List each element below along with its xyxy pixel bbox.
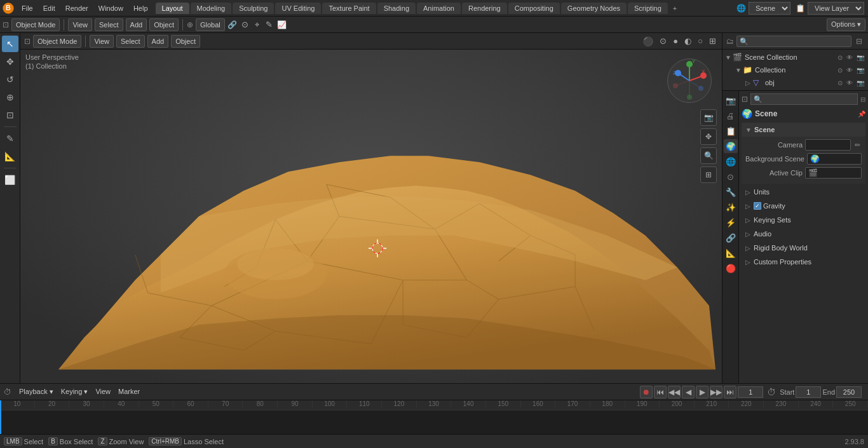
tab-animation[interactable]: Animation <box>417 3 461 14</box>
tab-rendering[interactable]: Rendering <box>462 3 507 14</box>
scene-section-header[interactable]: ▼ Scene <box>742 123 865 137</box>
proportional-icon[interactable]: ⊙ <box>240 18 250 31</box>
outliner-search-input[interactable] <box>736 36 851 47</box>
custom-props-section[interactable]: ▷ Custom Properties <box>742 255 865 269</box>
viewport-material-icon[interactable]: ◐ <box>682 35 693 47</box>
obj-restrict-select[interactable]: ⊙ <box>836 79 844 86</box>
view-btn[interactable]: View <box>68 18 92 31</box>
add-workspace-tab[interactable]: + <box>669 3 681 13</box>
scene-selector[interactable]: Scene <box>749 2 790 15</box>
tab-geometry-nodes[interactable]: Geometry Nodes <box>561 3 627 14</box>
col-restrict-select[interactable]: ⊙ <box>836 67 844 74</box>
gravity-section[interactable]: ▷ ✓ Gravity <box>742 199 865 213</box>
props-modifiers-icon-btn[interactable]: 🔧 <box>724 185 738 199</box>
timeline-marker-menu[interactable]: Marker <box>114 386 144 397</box>
annotate-tool[interactable]: ✎ <box>2 130 18 147</box>
tab-shading[interactable]: Shading <box>377 3 416 14</box>
rigid-body-world-section[interactable]: ▷ Rigid Body World <box>742 241 865 255</box>
props-view-layer-icon-btn[interactable]: 📋 <box>724 124 738 138</box>
tab-compositing[interactable]: Compositing <box>508 3 560 14</box>
viewport-overlay-icon[interactable]: ⊙ <box>658 35 668 47</box>
props-output-icon-btn[interactable]: 🖨 <box>724 109 738 123</box>
obj-item[interactable]: ▷ ▽ obj ⊙ 👁 📷 <box>743 76 868 89</box>
jump-end-btn[interactable]: ⏭ <box>724 386 736 398</box>
timeline-view-menu[interactable]: View <box>92 386 114 397</box>
grid-snap-btn[interactable]: ⊞ <box>700 166 717 183</box>
props-object-icon-btn[interactable]: ⊙ <box>724 170 738 184</box>
viewport-solid-icon[interactable]: ● <box>671 35 680 47</box>
gizmo-circle[interactable]: X Y Z <box>667 58 712 103</box>
viewport-object-btn[interactable]: Object <box>171 35 200 48</box>
transform-tool[interactable]: ⊡ <box>2 107 18 123</box>
col-restrict-hide[interactable]: 👁 <box>845 67 854 74</box>
start-frame-input[interactable] <box>796 386 821 398</box>
menu-window[interactable]: Window <box>93 3 128 14</box>
menu-file[interactable]: File <box>17 3 38 14</box>
viewport-render-icon[interactable]: ○ <box>696 35 705 47</box>
move-view-btn[interactable]: ✥ <box>700 128 717 145</box>
rotate-tool[interactable]: ↺ <box>2 71 18 88</box>
scene-restrict-hide-icon[interactable]: 👁 <box>845 54 854 61</box>
units-section[interactable]: ▷ Units <box>742 185 865 199</box>
prev-keyframe-btn[interactable]: ◀◀ <box>668 386 681 398</box>
tab-scripting[interactable]: Scripting <box>628 3 668 14</box>
props-data-icon-btn[interactable]: 📐 <box>724 246 738 260</box>
props-physics-icon-btn[interactable]: ⚡ <box>724 215 738 229</box>
transform-global-btn[interactable]: Global <box>196 18 225 31</box>
scene-collection-item[interactable]: ▼ 🎬 Scene Collection ⊙ 👁 📷 <box>722 51 868 64</box>
viewport-gizmo[interactable]: X Y Z <box>667 58 712 103</box>
measure-tool[interactable]: 📐 <box>2 148 18 165</box>
col-restrict-render[interactable]: 📷 <box>855 67 865 74</box>
scene-restrict-select-icon[interactable]: ⊙ <box>836 54 844 61</box>
viewport-area[interactable]: ⊡ Object Mode View Select Add Object ⚫ ⊙… <box>20 33 722 383</box>
autokey-btn[interactable]: ⏺ <box>640 386 653 398</box>
snap-toggle[interactable]: ⌖ <box>253 18 261 31</box>
props-scene-icon-btn[interactable]: 🌍 <box>724 139 738 153</box>
tab-modeling[interactable]: Modeling <box>191 3 232 14</box>
viewport-view-btn[interactable]: View <box>90 35 114 48</box>
annotations-icon[interactable]: ✎ <box>264 18 275 31</box>
prev-frame-btn[interactable]: ◀ <box>682 386 695 398</box>
props-filter-icon[interactable]: ⊟ <box>860 96 865 103</box>
obj-restrict-hide[interactable]: 👁 <box>845 79 854 86</box>
props-material-icon-btn[interactable]: 🔴 <box>724 261 738 275</box>
audio-section[interactable]: ▷ Audio <box>742 227 865 241</box>
menu-help[interactable]: Help <box>128 3 153 14</box>
object-mode-btn[interactable]: Object Mode <box>11 18 60 31</box>
scene-restrict-render-icon[interactable]: 📷 <box>855 54 865 61</box>
outliner-filter-btn[interactable]: ⊟ <box>854 36 864 46</box>
cursor-tool[interactable]: ↖ <box>2 36 18 52</box>
menu-edit[interactable]: Edit <box>38 3 60 14</box>
props-world-icon-btn[interactable]: 🌐 <box>724 154 738 168</box>
props-render-icon-btn[interactable]: 📷 <box>724 93 738 107</box>
jump-start-btn[interactable]: ⏮ <box>654 386 667 398</box>
keying-sets-section[interactable]: ▷ Keying Sets <box>742 213 865 227</box>
timeline-playback-menu[interactable]: Playback ▾ <box>15 386 57 397</box>
props-search-input[interactable] <box>750 93 858 105</box>
end-frame-input[interactable] <box>836 386 862 398</box>
next-frame-btn[interactable]: ▶▶ <box>710 386 722 398</box>
tab-uv-editing[interactable]: UV Editing <box>275 3 321 14</box>
tab-sculpting[interactable]: Sculpting <box>233 3 274 14</box>
timeline-keying-menu[interactable]: Keying ▾ <box>57 386 92 397</box>
object-btn[interactable]: Object <box>149 18 179 31</box>
viewport-xray-icon[interactable]: ⊞ <box>707 35 718 47</box>
props-particles-icon-btn[interactable]: ✨ <box>724 200 738 214</box>
collection-item[interactable]: ▼ 📁 Collection ⊙ 👁 📷 <box>733 64 868 76</box>
obj-restrict-render[interactable]: 📷 <box>855 79 865 86</box>
viewport-object-mode[interactable]: Object Mode <box>33 35 81 48</box>
options-btn[interactable]: Options ▾ <box>827 18 865 31</box>
current-frame-input[interactable] <box>738 386 763 398</box>
props-constraints-icon-btn[interactable]: 🔗 <box>724 231 738 245</box>
props-pin-btn[interactable]: 📌 <box>858 111 865 118</box>
tab-layout[interactable]: Layout <box>156 3 189 14</box>
viewport-select-btn[interactable]: Select <box>116 35 145 48</box>
gravity-checkbox[interactable]: ✓ <box>754 202 761 210</box>
select-btn[interactable]: Select <box>95 18 123 31</box>
view-layer-selector[interactable]: View Layer <box>808 2 864 15</box>
menu-render[interactable]: Render <box>60 3 93 14</box>
tab-texture-paint[interactable]: Texture Paint <box>322 3 376 14</box>
zoom-view-btn[interactable]: 🔍 <box>700 147 717 164</box>
camera-to-view-btn[interactable]: 📷 <box>700 109 717 126</box>
viewport-add-btn[interactable]: Add <box>147 35 169 48</box>
